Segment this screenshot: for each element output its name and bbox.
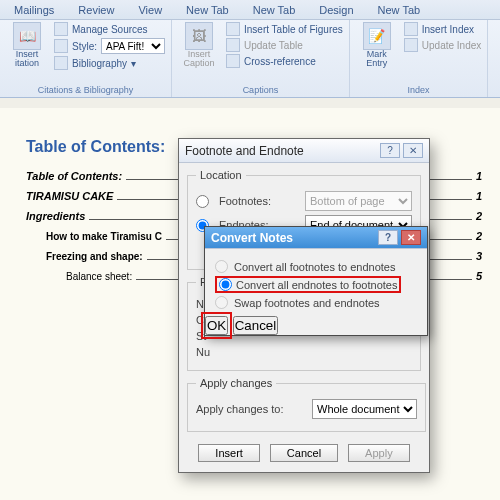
toc-page: 1	[476, 190, 482, 202]
toc-item: How to make Tiramisu C	[26, 231, 162, 242]
bibliography-button[interactable]: Bibliography ▾	[54, 56, 165, 70]
dialog-title: Convert Notes	[211, 231, 375, 245]
update-icon	[404, 38, 418, 52]
toc-page: 1	[476, 170, 482, 182]
insert-caption-button[interactable]: 🖼 Insert Caption	[178, 22, 220, 69]
close-icon[interactable]: ✕	[403, 143, 423, 158]
style-select[interactable]: APA Fift!	[101, 38, 165, 54]
apply-button[interactable]: Apply	[348, 444, 410, 462]
style-select-row: Style: APA Fift!	[54, 38, 165, 54]
cancel-button[interactable]: Cancel	[270, 444, 338, 462]
opt1-radio[interactable]	[215, 260, 228, 273]
opt2-radio[interactable]	[219, 278, 232, 291]
toc-item: Table of Contents:	[26, 170, 122, 182]
help-icon[interactable]: ?	[378, 230, 398, 245]
opt-end-to-foot: Convert all endnotes to footnotes	[215, 276, 417, 293]
toc-item: Balance sheet:	[26, 271, 132, 282]
footnotes-label: Footnotes:	[219, 195, 299, 207]
style-icon	[54, 39, 68, 53]
tab-new3[interactable]: New Tab	[366, 2, 433, 18]
tab-view[interactable]: View	[126, 2, 174, 18]
help-icon[interactable]: ?	[380, 143, 400, 158]
group-label: Index	[356, 85, 482, 97]
tab-mailings[interactable]: Mailings	[2, 2, 66, 18]
apply-legend: Apply changes	[196, 377, 276, 389]
toc-item: Freezing and shape:	[26, 251, 143, 262]
update-index-button[interactable]: Update Index	[404, 38, 482, 52]
sources-icon	[54, 22, 68, 36]
tof-icon	[226, 22, 240, 36]
cross-reference-button[interactable]: Cross-reference	[226, 54, 343, 68]
toc-item: Ingredients	[26, 210, 85, 222]
insert-button[interactable]: Insert	[198, 444, 260, 462]
group-captions: 🖼 Insert Caption Insert Table of Figures…	[172, 20, 350, 97]
group-toa: ⚖ Mark Citation Insert Table Update Tabl…	[488, 20, 500, 97]
opt3-radio[interactable]	[215, 296, 228, 309]
update-icon	[226, 38, 240, 52]
dialog-titlebar[interactable]: Convert Notes ? ✕	[205, 227, 427, 249]
index-icon	[404, 22, 418, 36]
group-citations: 📖 Insert itation Manage Sources Style: A…	[0, 20, 172, 97]
convert-notes-dialog: Convert Notes ? ✕ Convert all footnotes …	[204, 226, 428, 336]
xref-icon	[226, 54, 240, 68]
tab-design[interactable]: Design	[307, 2, 365, 18]
apply-group: Apply changes Apply changes to: Whole do…	[187, 377, 426, 432]
close-icon[interactable]: ✕	[401, 230, 421, 245]
group-label: Citations & Bibliography	[6, 85, 165, 97]
apply-to-select[interactable]: Whole document	[312, 399, 417, 419]
toc-page: 3	[476, 250, 482, 262]
footnotes-radio[interactable]	[196, 195, 209, 208]
toc-page: 2	[476, 230, 482, 242]
insert-index-button[interactable]: Insert Index	[404, 22, 482, 36]
footnotes-select[interactable]: Bottom of page	[305, 191, 412, 211]
dialog-title: Footnote and Endnote	[185, 144, 377, 158]
tab-new1[interactable]: New Tab	[174, 2, 241, 18]
toc-page: 2	[476, 210, 482, 222]
group-index: 📝 Mark Entry Insert Index Update Index I…	[350, 20, 489, 97]
mark-citation-button[interactable]: ⚖ Mark Citation	[494, 22, 500, 69]
location-legend: Location	[196, 169, 246, 181]
book-icon: 📖	[13, 22, 41, 50]
ok-button[interactable]: OK	[205, 316, 228, 335]
insert-tof-button[interactable]: Insert Table of Figures	[226, 22, 343, 36]
ribbon: 📖 Insert itation Manage Sources Style: A…	[0, 20, 500, 98]
mark-entry-button[interactable]: 📝 Mark Entry	[356, 22, 398, 69]
ribbon-tabs: Mailings Review View New Tab New Tab Des…	[0, 0, 500, 20]
toc-page: 5	[476, 270, 482, 282]
group-label: Table of Authori	[494, 85, 500, 97]
opt-foot-to-end: Convert all footnotes to endnotes	[215, 260, 417, 273]
caption-icon: 🖼	[185, 22, 213, 50]
apply-to-label: Apply changes to:	[196, 403, 306, 415]
opt-swap: Swap footnotes and endnotes	[215, 296, 417, 309]
tab-new2[interactable]: New Tab	[241, 2, 308, 18]
cancel-button[interactable]: Cancel	[233, 316, 279, 335]
mark-entry-icon: 📝	[363, 22, 391, 50]
manage-sources-button[interactable]: Manage Sources	[54, 22, 165, 36]
update-table-button[interactable]: Update Table	[226, 38, 343, 52]
group-label: Captions	[178, 85, 343, 97]
insert-citation-button[interactable]: 📖 Insert itation	[6, 22, 48, 70]
toc-item: TIRAMISU CAKE	[26, 190, 113, 202]
dialog-titlebar[interactable]: Footnote and Endnote ? ✕	[179, 139, 429, 163]
bibliography-icon	[54, 56, 68, 70]
tab-review[interactable]: Review	[66, 2, 126, 18]
